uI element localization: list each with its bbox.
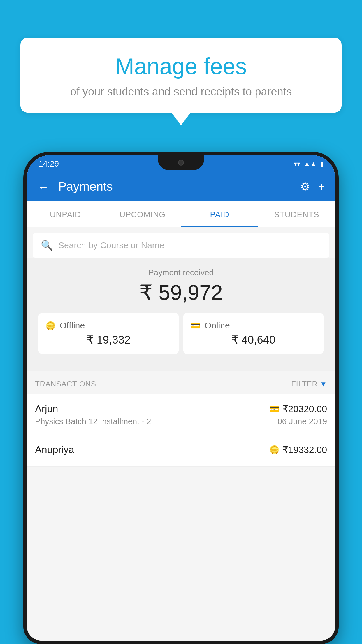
- settings-icon[interactable]: ⚙: [300, 180, 310, 193]
- transaction-course: Physics Batch 12 Installment - 2: [35, 417, 151, 426]
- offline-amount: ₹ 19,332: [45, 333, 172, 346]
- transaction-amount: ₹19332.00: [282, 444, 327, 455]
- header-action-icons: ⚙ +: [300, 180, 325, 193]
- filter-icon: ▼: [320, 380, 327, 388]
- app-header: ← Payments ⚙ +: [27, 173, 335, 201]
- payment-total-amount: ₹ 59,972: [33, 280, 329, 305]
- transaction-bottom-row: Physics Batch 12 Installment - 2 06 June…: [35, 417, 327, 426]
- transaction-name: Arjun: [35, 403, 58, 414]
- tab-bar: UNPAID UPCOMING PAID STUDENTS: [27, 201, 335, 227]
- online-label: Online: [205, 321, 230, 330]
- filter-text: FILTER: [291, 379, 318, 388]
- transaction-amount-wrap: 💳 ₹20320.00: [269, 403, 327, 414]
- transaction-row: Arjun 💳 ₹20320.00 Physics Batch 12 Insta…: [27, 394, 335, 435]
- offline-label: Offline: [60, 321, 85, 330]
- transaction-date: 06 June 2019: [277, 417, 327, 426]
- transaction-top-row: Anupriya 🪙 ₹19332.00: [35, 444, 327, 455]
- status-time: 14:29: [38, 159, 59, 169]
- transaction-type-icon: 💳: [269, 404, 280, 414]
- tab-upcoming[interactable]: UPCOMING: [104, 201, 181, 227]
- offline-card-header: 🪙 Offline: [45, 321, 172, 330]
- offline-icon: 🪙: [45, 321, 56, 330]
- filter-button[interactable]: FILTER ▼: [291, 379, 327, 388]
- tab-students[interactable]: STUDENTS: [258, 201, 335, 227]
- battery-icon: ▮: [320, 160, 324, 168]
- add-icon[interactable]: +: [318, 181, 325, 193]
- online-card: 💳 Online ₹ 40,640: [183, 313, 324, 354]
- offline-card: 🪙 Offline ₹ 19,332: [38, 313, 179, 354]
- payment-received-label: Payment received: [33, 268, 329, 277]
- status-icons: ▾▾ ▲▲ ▮: [294, 160, 324, 168]
- phone-frame: 14:29 ▾▾ ▲▲ ▮ ← Payments ⚙ + UNPAID UPCO…: [23, 152, 339, 644]
- camera: [178, 160, 184, 166]
- search-bar[interactable]: 🔍 Search by Course or Name: [33, 233, 329, 258]
- online-icon: 💳: [190, 321, 201, 330]
- payment-cards-row: 🪙 Offline ₹ 19,332 💳 Online ₹ 40,640: [33, 313, 329, 363]
- tab-unpaid[interactable]: UNPAID: [27, 201, 104, 227]
- online-amount: ₹ 40,640: [190, 333, 317, 346]
- header-title: Payments: [58, 180, 293, 194]
- back-button[interactable]: ←: [37, 180, 49, 193]
- phone-screen: 14:29 ▾▾ ▲▲ ▮ ← Payments ⚙ + UNPAID UPCO…: [27, 155, 335, 640]
- transactions-label: TRANSACTIONS: [35, 379, 96, 388]
- tab-paid[interactable]: PAID: [181, 201, 258, 227]
- transactions-header: TRANSACTIONS FILTER ▼: [27, 371, 335, 394]
- wifi-icon: ▾▾: [294, 160, 300, 168]
- screen-content: 🔍 Search by Course or Name Payment recei…: [27, 227, 335, 640]
- payment-summary: Payment received ₹ 59,972 🪙 Offline ₹ 19…: [27, 258, 335, 371]
- transaction-top-row: Arjun 💳 ₹20320.00: [35, 403, 327, 414]
- online-card-header: 💳 Online: [190, 321, 317, 330]
- transaction-amount: ₹20320.00: [282, 403, 327, 414]
- phone-notch: [158, 155, 204, 170]
- signal-icon: ▲▲: [304, 160, 317, 168]
- speech-bubble-card: Manage fees of your students and send re…: [20, 38, 342, 113]
- transaction-row: Anupriya 🪙 ₹19332.00: [27, 435, 335, 467]
- status-bar: 14:29 ▾▾ ▲▲ ▮: [27, 155, 335, 173]
- bubble-title: Manage fees: [38, 54, 324, 79]
- transaction-type-icon: 🪙: [269, 445, 280, 454]
- search-input[interactable]: Search by Course or Name: [58, 240, 164, 250]
- search-icon: 🔍: [41, 239, 53, 251]
- transaction-name: Anupriya: [35, 444, 74, 455]
- transaction-amount-wrap: 🪙 ₹19332.00: [269, 444, 327, 455]
- bubble-subtitle: of your students and send receipts to pa…: [38, 85, 324, 98]
